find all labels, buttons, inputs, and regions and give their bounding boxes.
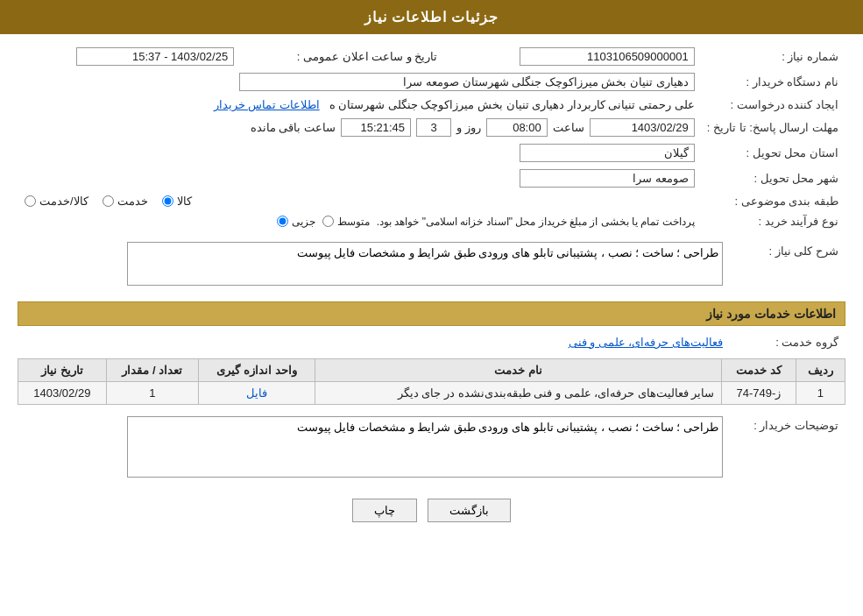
page-title: جزئیات اطلاعات نیاز — [364, 10, 499, 25]
radio-jozii-input[interactable] — [277, 216, 288, 227]
radio-jozii-label: جزیی — [292, 216, 315, 228]
radio-khedmat-input[interactable] — [103, 195, 114, 207]
tarikh-elaan-value-cell: 1403/02/25 - 15:37 — [19, 45, 239, 68]
back-button[interactable]: بازگشت — [428, 499, 511, 522]
radio-kala-label: کالا — [177, 195, 192, 208]
grooh-label: گروه خدمت : — [775, 336, 838, 349]
ostan-label: استان محل تحویل : — [702, 141, 844, 165]
cell-name: سایر فعالیت‌های حرفه‌ای، علمی و فنی طبقه… — [315, 382, 721, 405]
sharh-value-cell — [19, 239, 728, 291]
shahr-label: شهر محل تحویل : — [702, 166, 844, 190]
ijad-konnande-label: ایجاد کننده درخواست : — [702, 96, 844, 114]
col-date: تاریخ نیاز — [18, 359, 107, 382]
page-header: جزئیات اطلاعات نیاز — [0, 0, 863, 34]
nam-dastgah-value: دهیاری تنیان بخش میرزاکوچک جنگلی شهرستان… — [239, 73, 695, 91]
radio-motavasset-label: متوسط — [337, 216, 370, 228]
tabebandi-label: طبقه بندی موضوعی : — [702, 192, 844, 210]
mohlat-rooz: 3 — [416, 118, 451, 137]
ostan-value-cell: گیلان — [19, 141, 700, 165]
shahr-value: صومعه سرا — [520, 169, 695, 188]
print-button[interactable]: چاپ — [352, 499, 417, 522]
rooz-label: روز و — [456, 121, 481, 134]
noe-farayand-note: پرداخت تمام یا بخشی از مبلغ خریداز محل "… — [377, 216, 695, 228]
shahr-value-cell: صومعه سرا — [19, 166, 700, 190]
radio-jozii: جزیی — [277, 216, 315, 228]
grooh-label-cell: گروه خدمت : — [730, 333, 844, 351]
col-name: نام خدمت — [315, 359, 721, 382]
radio-khedmat: خدمت — [103, 195, 148, 208]
sharh-table: شرح کلی نیاز : — [18, 237, 845, 293]
radio-kala: کالا — [162, 195, 192, 208]
buyer-notes-label: توضیحات خریدار : — [753, 419, 838, 432]
ostan-value: گیلان — [520, 144, 695, 162]
radio-motavasset-input[interactable] — [322, 216, 334, 227]
radio-kala-input[interactable] — [162, 195, 173, 207]
radio-kala-khedmat-input[interactable] — [25, 195, 36, 207]
cell-count: 1 — [106, 382, 198, 405]
col-kod: کد خدمت — [722, 359, 796, 382]
saat-baghimande-label: ساعت باقی مانده — [251, 121, 336, 134]
col-radif: ردیف — [796, 359, 845, 382]
grooh-value[interactable]: فعالیت‌های حرفه‌ای، علمی و فنی — [569, 336, 723, 349]
service-table: ردیف کد خدمت نام خدمت واحد اندازه گیری ت… — [18, 358, 845, 405]
saat-baghimande: 15:21:45 — [341, 118, 411, 137]
buyer-notes-label-cell: توضیحات خریدار : — [730, 414, 844, 483]
nam-dastgah-label: نام دستگاه خریدار : — [702, 70, 844, 94]
shomare-niaz-value: 1103106509000001 — [520, 47, 695, 66]
noe-farayand-row: پرداخت تمام یا بخشی از مبلغ خریداز محل "… — [19, 212, 700, 230]
radio-motavasset: متوسط — [322, 216, 370, 228]
grooh-value-cell: فعالیت‌های حرفه‌ای، علمی و فنی — [19, 333, 728, 351]
ijad-konnande-value: علی رحمتی تنیانی کاربردار دهیاری تنیان ب… — [329, 98, 695, 111]
tabebandi-radios: کالا/خدمت خدمت کالا — [19, 192, 700, 210]
radio-kala-khedmat-label: کالا/خدمت — [39, 195, 88, 208]
mohlat-row: 1403/02/29 ساعت 08:00 روز و 3 15:21:45 س… — [19, 116, 700, 139]
saat-label: ساعت — [553, 121, 584, 134]
buyer-notes-table: توضیحات خریدار : — [18, 412, 845, 485]
tarikh-elaan-value: 1403/02/25 - 15:37 — [76, 47, 234, 66]
cell-date: 1403/02/29 — [18, 382, 107, 405]
noe-farayand-label: نوع فرآیند خرید : — [702, 212, 844, 230]
sharh-label-cell: شرح کلی نیاز : — [730, 239, 844, 291]
mohlat-saat: 08:00 — [486, 118, 548, 137]
buyer-notes-value-cell — [19, 414, 728, 483]
grooh-table: گروه خدمت : فعالیت‌های حرفه‌ای، علمی و ف… — [18, 331, 845, 353]
ijad-konnande-link[interactable]: اطلاعات تماس خریدار — [214, 98, 320, 111]
mohlat-tarikh: 1403/02/29 — [590, 118, 695, 137]
buttons-row: بازگشت چاپ — [18, 499, 845, 522]
table-row: 1 ز-749-74 سایر فعالیت‌های حرفه‌ای، علمی… — [18, 382, 845, 405]
cell-radif: 1 — [796, 382, 845, 405]
mohlat-label: مهلت ارسال پاسخ: تا تاریخ : — [702, 116, 844, 139]
shomare-niaz-label: شماره نیاز : — [702, 45, 844, 68]
nam-dastgah-value-cell: دهیاری تنیان بخش میرزاکوچک جنگلی شهرستان… — [19, 70, 700, 94]
service-section-title: اطلاعات خدمات مورد نیاز — [18, 301, 845, 326]
radio-khedmat-label: خدمت — [117, 195, 148, 208]
col-unit: واحد اندازه گیری — [199, 359, 315, 382]
top-info-table: شماره نیاز : 1103106509000001 تاریخ و سا… — [18, 43, 845, 232]
sharh-label: شرح کلی نیاز : — [769, 244, 838, 258]
col-count: تعداد / مقدار — [106, 359, 198, 382]
tarikh-elaan-label: تاریخ و ساعت اعلان عمومی : — [241, 45, 455, 68]
page-wrapper: جزئیات اطلاعات نیاز شماره نیاز : 1103106… — [0, 0, 863, 616]
cell-unit: فایل — [199, 382, 315, 405]
ijad-konnande-value-cell: علی رحمتی تنیانی کاربردار دهیاری تنیان ب… — [19, 96, 700, 114]
shomare-niaz-value-cell: 1103106509000001 — [456, 45, 699, 68]
main-content: شماره نیاز : 1103106509000001 تاریخ و سا… — [0, 34, 863, 531]
sharh-textarea[interactable] — [127, 242, 723, 286]
radio-kala-khedmat: کالا/خدمت — [25, 195, 88, 208]
cell-kod: ز-749-74 — [722, 382, 796, 405]
buyer-notes-textarea[interactable] — [127, 416, 723, 478]
